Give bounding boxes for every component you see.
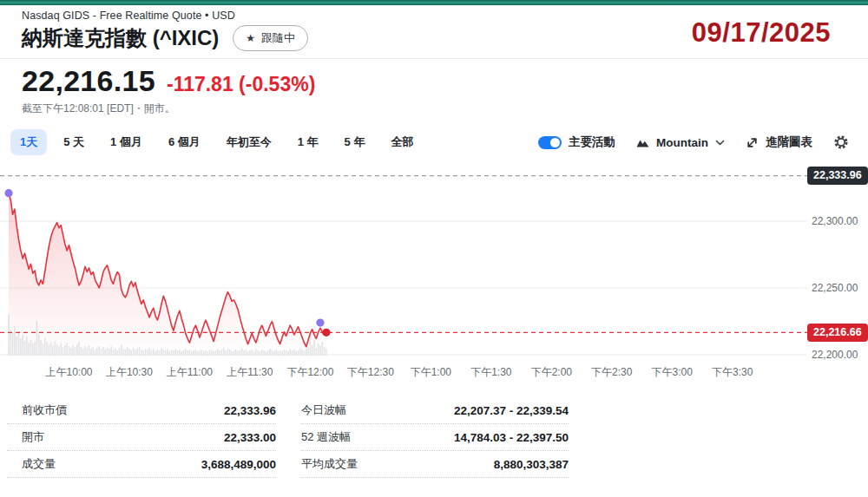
header-divider	[0, 58, 868, 59]
y-axis-tick-label: 22,300.00	[812, 215, 865, 227]
x-axis-tick-label: 上午10:30	[98, 365, 161, 380]
x-axis-tick-label: 上午10:00	[37, 365, 100, 380]
stat-label: 開市	[22, 429, 44, 445]
last-price-dot	[322, 329, 330, 337]
stat-row-52wk-range: 52 週波幅 14,784.03 - 22,397.50	[301, 424, 569, 451]
price-chart-canvas[interactable]	[0, 163, 868, 382]
tab-range-5y[interactable]: 5 年	[335, 129, 375, 155]
x-axis-tick-label: 下午1:30	[460, 365, 523, 380]
x-axis-tick-label: 下午12:30	[339, 365, 402, 380]
key-events-toggle-group[interactable]: 主要活動	[538, 134, 615, 150]
tab-range-6m[interactable]: 6 個月	[159, 129, 210, 155]
stat-row-avg-volume: 平均成交量 8,880,303,387	[301, 451, 569, 478]
x-axis-tick-label: 下午12:00	[279, 365, 341, 380]
price-change: -117.81 (-0.53%)	[167, 73, 315, 96]
y-axis-tick-label: 22,200.00	[812, 349, 865, 361]
stat-row-day-range: 今日波幅 22,207.37 - 22,339.54	[301, 397, 569, 424]
key-events-toggle[interactable]	[538, 136, 562, 149]
stat-label: 成交量	[22, 456, 56, 472]
event-marker-dot	[316, 318, 324, 326]
stat-value: 8,880,303,387	[494, 458, 569, 471]
y-axis-tick-label: 22,250.00	[812, 282, 865, 294]
stat-label: 52 週波幅	[301, 429, 351, 445]
stat-label: 前收市價	[22, 402, 67, 418]
current-price: 22,216.15	[22, 64, 155, 98]
date-annotation: 09/17/2025	[692, 17, 831, 49]
quote-page: Nasdaq GIDS - Free Realtime Quote • USD …	[0, 0, 868, 497]
event-marker-dot	[4, 189, 12, 197]
chart-type-label: Mountain	[656, 136, 708, 149]
current-price-badge: 22,216.66	[807, 324, 868, 342]
tab-range-5d[interactable]: 5 天	[54, 129, 94, 155]
tab-range-ytd[interactable]: 年初至今	[217, 129, 281, 155]
x-axis-tick-label: 下午2:30	[581, 365, 643, 380]
x-axis-tick-label: 下午1:00	[399, 365, 462, 380]
chart-settings-button[interactable]	[833, 134, 849, 150]
tab-range-1m[interactable]: 1 個月	[101, 129, 152, 155]
x-axis-tick-label: 下午3:00	[641, 365, 703, 380]
stats-right-column: 今日波幅 22,207.37 - 22,339.54 52 週波幅 14,784…	[301, 397, 569, 478]
expand-diagonal-icon	[746, 136, 759, 149]
gear-icon	[833, 134, 849, 150]
chart-type-select[interactable]: Mountain	[636, 136, 725, 149]
range-tabs: 1天 5 天 1 個月 6 個月 年初至今 1 年 5 年 全部	[10, 129, 423, 155]
star-icon: ★	[246, 32, 255, 44]
toggle-knob	[550, 138, 560, 147]
stat-row-open: 開市 22,333.00	[7, 424, 276, 451]
top-accent-bar	[0, 0, 868, 5]
x-axis-tick-label: 上午11:30	[219, 365, 281, 380]
tab-range-max[interactable]: 全部	[381, 129, 423, 155]
key-events-label: 主要活動	[569, 134, 615, 150]
breadcrumb: Nasdaq GIDS - Free Realtime Quote • USD	[22, 10, 235, 22]
stat-value: 22,207.37 - 22,339.54	[454, 404, 569, 417]
page-title: 納斯達克指數 (^IXIC)	[22, 24, 219, 52]
quote-timestamp: 截至下午12:08:01 [EDT]・開市。	[22, 101, 175, 116]
x-axis-tick-label: 上午11:00	[158, 365, 220, 380]
advanced-chart-label: 進階圖表	[766, 134, 812, 150]
stats-left-column: 前收市價 22,333.96 開市 22,333.00 成交量 3,688,48…	[7, 397, 276, 478]
stat-value: 22,333.96	[224, 404, 276, 417]
x-axis-tick-label: 下午2:00	[520, 365, 582, 380]
mountain-icon	[636, 138, 649, 147]
price-chart-area[interactable]: 22,333.96 22,216.66 22,300.0022,250.0022…	[0, 163, 868, 382]
tab-range-1d[interactable]: 1天	[10, 129, 47, 155]
stat-value: 14,784.03 - 22,397.50	[454, 431, 569, 444]
follow-button[interactable]: ★ 跟隨中	[233, 25, 308, 51]
chart-toolbar: 1天 5 天 1 個月 6 個月 年初至今 1 年 5 年 全部 主要活動 Mo…	[0, 128, 868, 157]
follow-button-label: 跟隨中	[261, 30, 295, 46]
stat-label: 平均成交量	[301, 456, 358, 472]
stat-value: 3,688,489,000	[201, 458, 276, 471]
stat-row-previous-close: 前收市價 22,333.96	[7, 397, 276, 424]
advanced-chart-button[interactable]: 進階圖表	[746, 134, 812, 150]
previous-close-badge: 22,333.96	[807, 167, 868, 185]
tab-range-1y[interactable]: 1 年	[288, 129, 328, 155]
stat-value: 22,333.00	[224, 431, 276, 444]
stat-row-volume: 成交量 3,688,489,000	[7, 451, 276, 478]
stat-label: 今日波幅	[301, 402, 346, 418]
x-axis-tick-label: 下午3:30	[701, 365, 764, 380]
chevron-down-icon	[715, 140, 725, 146]
